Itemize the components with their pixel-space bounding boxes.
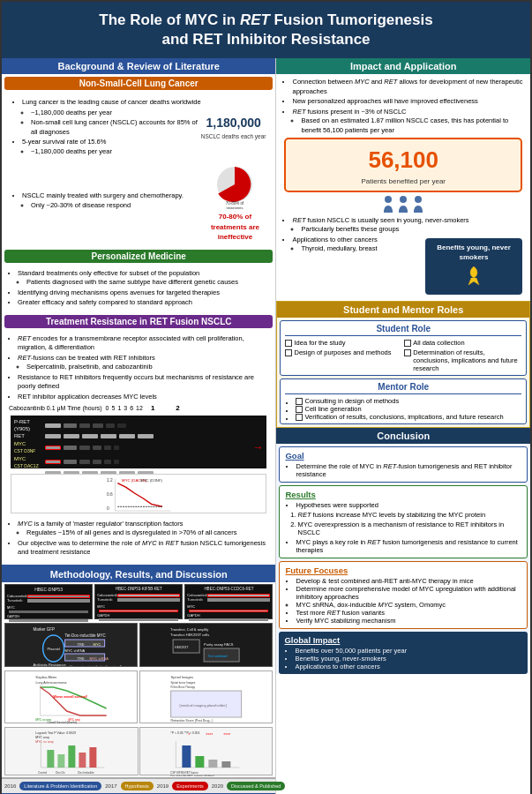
- treatment-content: RET encodes for a transmembrane receptor…: [2, 331, 275, 562]
- conclusion-section: Conclusion Goal Determine the role of MY…: [276, 428, 530, 674]
- hbec-dnp53-blot: HBEC-DNP53 CabozantinibTumotinib MYC GAP…: [4, 584, 93, 619]
- blot-row-myc2: MYCCST DAC1Z: [14, 455, 263, 470]
- svg-text:Kaplan-Meier: Kaplan-Meier: [36, 675, 57, 679]
- svg-text:****: ****: [223, 732, 230, 738]
- pie-chart: 70-80% of treatments: [211, 161, 259, 209]
- poster-title: The Role of MYC in RET Fusion Tumorigene…: [15, 11, 517, 49]
- objective-bullet: Our objective was to determine the role …: [18, 539, 270, 558]
- svg-text:MYC amp: MYC amp: [35, 736, 49, 739]
- student-role-grid: Idea for the study All data collection D…: [285, 339, 521, 372]
- timeline-item-2: Hypothesis: [121, 782, 154, 790]
- title-section: The Role of MYC in RET Fusion Tumorigene…: [2, 2, 530, 58]
- student-role-title: Student Role: [285, 324, 521, 336]
- svg-text:Worse overall survival!: Worse overall survival!: [54, 695, 87, 699]
- timeline-item-3: Experiments: [172, 782, 208, 790]
- nsclc-bullet-3: 5-year survival rate of 15.6% ~1,180,000…: [22, 138, 201, 156]
- right-column: Impact and Application Connection betwee…: [276, 58, 530, 794]
- svg-rect-65: [195, 756, 204, 768]
- tr-bullet-4: RET inhibitor application decreases MYC …: [18, 393, 270, 402]
- svg-text:→ Use vectors to infect releva: → Use vectors to infect relevant cells: [65, 664, 124, 667]
- gapdh-label-1: GAPDH: [7, 614, 90, 618]
- svg-text:Tet-Doc-inducible MYC: Tet-Doc-inducible MYC: [65, 633, 107, 638]
- treatment-header: Treatment Resistance in RET Fusion NSCLC: [4, 315, 273, 328]
- svg-rect-50: [47, 750, 54, 768]
- myc-label-1: MYC: [7, 605, 90, 610]
- results-box: Results Hypotheses were supported RET fu…: [279, 485, 528, 558]
- results-text: Hypotheses were supported: [296, 501, 521, 509]
- mentor-item-3: Verification of results, conclusions, im…: [296, 413, 521, 421]
- impact-header: Impact and Application: [276, 58, 530, 74]
- nsclc-header: Non-Small-Cell Lung Cancer: [4, 77, 273, 90]
- background-header: Background & Review of Literature: [2, 58, 275, 74]
- svg-text:Antibiotic Resistance: Antibiotic Resistance: [34, 663, 67, 667]
- people-icons: [281, 195, 525, 213]
- future-item-4: Verify MYC stabilizing mechanism: [296, 617, 521, 625]
- checkbox-2: [404, 340, 411, 347]
- pie-label: 70-80% of treatments are ineffective: [204, 212, 266, 242]
- personalized-header: Personalized Medicine: [4, 250, 273, 263]
- myc-label-2: MYC: [97, 604, 180, 609]
- impact-bullet-3: RET fusions present in ~3% of NSCLC Base…: [292, 108, 525, 136]
- poster: The Role of MYC in RET Fusion Tumorigene…: [0, 0, 532, 794]
- student-role-item-1: Idea for the study: [285, 339, 402, 347]
- svg-rect-64: [182, 745, 191, 768]
- mentor-item-1: Consulting in design of methods: [296, 397, 521, 405]
- svg-text:Overall Survival (Months): Overall Survival (Months): [48, 721, 78, 724]
- patients-highlight: 56,100 Patients benefited per year: [284, 138, 522, 192]
- svg-text:Sort validated: Sort validated: [208, 655, 227, 658]
- benefits-box: Benefits young, never smokers: [425, 238, 522, 295]
- svg-text:0: 0: [107, 506, 109, 511]
- goal-box: Goal Determine the role of MYC in RET-fu…: [279, 446, 528, 483]
- student-mentor-header: Student and Mentor Roles: [277, 302, 529, 318]
- global-item-3: Applications to other cancers: [295, 663, 522, 670]
- mentor-item-2: Cell line generation: [296, 405, 521, 413]
- main-content: Background & Review of Literature Non-Sm…: [2, 58, 530, 794]
- ribbon-icon: [465, 265, 483, 287]
- bar-chart-1: Logrank Test P Value: 0.0629 MYC amp MYC…: [4, 727, 139, 775]
- graph-1: 1.2 0.6 0 MYC (DAC1N) MYC (D3NF) Time (H: [11, 474, 266, 513]
- person-icon-1: [382, 195, 394, 213]
- svg-text:Marker GFP: Marker GFP: [34, 627, 56, 632]
- gapdh-label-2: GAPDH: [97, 613, 180, 618]
- apps-benefits: Benefits young, never smokers Applicatio…: [281, 236, 525, 297]
- svg-text:Transfect, Coll & amplify: Transfect, Coll & amplify: [170, 627, 208, 632]
- svg-text:Spinal Images: Spinal Images: [171, 675, 193, 679]
- svg-rect-67: [221, 761, 230, 768]
- goal-label: Goal: [285, 451, 521, 461]
- global-label: Global Impact: [284, 635, 522, 645]
- future-label: Future Focuses: [285, 566, 521, 575]
- methods-header: Methodology, Results, and Discussion: [2, 565, 275, 582]
- gapdh-label-3: GAPDH: [187, 613, 270, 618]
- nsclc-bullet-1: Lung cancer is the leading cause of canc…: [22, 98, 201, 108]
- svg-text:treatments: treatments: [227, 206, 244, 210]
- result-item-1: RET fusions increase MYC levels by stabi…: [297, 511, 521, 519]
- hbec-kif5b-blot: HBEC-DNP53-KIF5B-RET CabozantinibTumotin…: [94, 584, 183, 619]
- mentor-checkbox-2: [296, 406, 303, 413]
- plasmid-diagram: Marker GFP Plasmid Antibiotic Resistance…: [4, 623, 138, 667]
- pie-chart-area: 70-80% of treatments 70-80% of treatment…: [204, 161, 266, 242]
- pie-container: Lung cancer is the leading cause of canc…: [7, 96, 270, 159]
- bar-graph: Spinal Images Spinal tumor Images R thin…: [139, 670, 273, 723]
- nsclc-content: Lung cancer is the leading cause of canc…: [2, 93, 275, 247]
- svg-text:MYC: MYC: [94, 642, 101, 647]
- future-box: Future Focuses Develop & test combined a…: [279, 561, 528, 629]
- ret-bullet-1: RET fusion NSCLC is usually seen in youn…: [292, 216, 525, 235]
- svg-text:TRE: TRE: [78, 642, 85, 647]
- mentor-checkbox-3: [296, 414, 303, 421]
- svg-text:TRE: TRE: [78, 656, 85, 661]
- mentor-role-box: Mentor Role Consulting in design of meth…: [280, 378, 527, 424]
- svg-point-72: [415, 196, 422, 203]
- svg-rect-52: [68, 745, 75, 768]
- checkbox-1: [285, 340, 292, 347]
- nsclc-bullet-2: ~1,180,000 deaths per year Non-small cel…: [22, 109, 201, 138]
- svg-text:MYC shRNA: MYC shRNA: [65, 648, 86, 653]
- myc-bullet-1: MYC is a family of 'master regulator' tr…: [18, 520, 270, 538]
- svg-text:Dox Inducible: Dox Inducible: [78, 771, 94, 775]
- personalized-content: Standard treatments only effective for s…: [2, 266, 275, 312]
- svg-text:1.2: 1.2: [107, 477, 113, 482]
- svg-text:Transfect HEK293T cells: Transfect HEK293T cells: [170, 633, 209, 637]
- myc-role-text: MYC plays a key role in RET fusion tumor…: [296, 538, 521, 554]
- svg-text:Logrank Test P Value: 0.0629: Logrank Test P Value: 0.0629: [35, 731, 76, 735]
- svg-text:*: *: [188, 732, 190, 738]
- future-item-1: Develop & test combined anti-RET anti-MY…: [296, 577, 521, 585]
